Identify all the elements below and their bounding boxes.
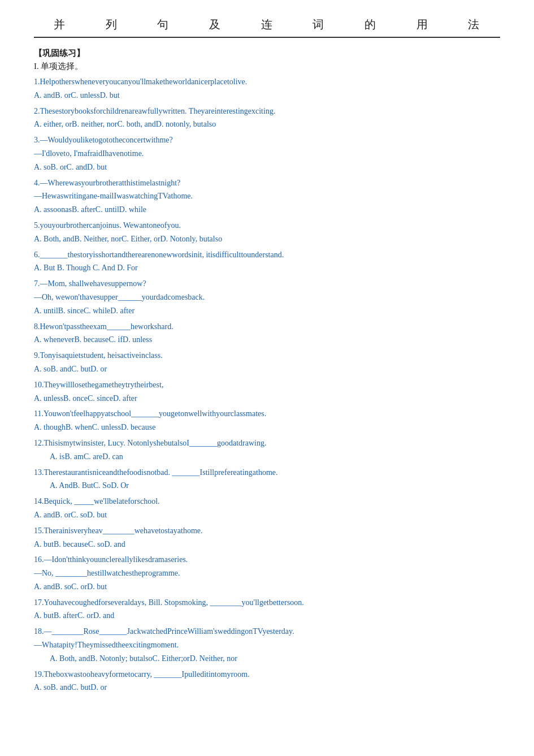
question-text: 8.Hewon'tpasstheexam______heworkshard. xyxy=(34,322,173,331)
question-item: 9.Tonyisaquietstudent, heisactiveinclass… xyxy=(34,349,500,376)
question-text: 15.Therainisveryheav________wehavetostay… xyxy=(34,526,203,535)
title-char: 词 xyxy=(293,17,345,32)
title-char: 的 xyxy=(345,17,397,32)
question-text: 3.—Wouldyouliketogototheconcertwithme? xyxy=(34,136,173,144)
question-text: 9.Tonyisaquietstudent, heisactiveinclass… xyxy=(34,351,163,360)
answer-options: A. wheneverB. becauseC. ifD. unless xyxy=(34,333,500,347)
section-sub: I. 单项选择。 xyxy=(34,61,500,72)
answer-options: A. soB. andC. butD. or xyxy=(34,681,500,694)
question-item: 15.Therainisveryheav________wehavetostay… xyxy=(34,524,500,551)
question-text2: —Whatapity!Theymissedtheexcitingmoment. xyxy=(34,641,179,649)
question-item: 3.—Wouldyouliketogototheconcertwithme?—I… xyxy=(34,133,500,174)
title-char: 列 xyxy=(86,17,138,32)
answer-options: A. But B. Though C. And D. For xyxy=(34,261,500,275)
question-item: 17.Youhavecoughedforseveraldays, Bill. S… xyxy=(34,596,500,623)
answer-options: A. Both, andB. Neither, norC. Either, or… xyxy=(34,232,500,246)
question-item: 4.—Wherewasyourbrotheratthistimelastnigh… xyxy=(34,176,500,217)
question-text: 12.Thisismytwinsister, Lucy. Notonlysheb… xyxy=(34,439,267,447)
question-item: 16.—Idon'tthinkyouunclereallylikesdramas… xyxy=(34,553,500,593)
answer-options: A. butB. afterC. orD. and xyxy=(34,609,500,623)
title-char: 并 xyxy=(34,17,86,32)
answer-options: A. soB. orC. andD. but xyxy=(34,161,500,174)
question-item: 18.—________Rose_______JackwatchedPrince… xyxy=(34,625,500,665)
answer-options: A. AndB. ButC. SoD. Or xyxy=(50,479,500,493)
question-item: 13.Therestaurantisniceandthefoodisnotbad… xyxy=(34,466,500,493)
answer-options: A. andB. orC. soD. but xyxy=(34,508,500,522)
title-char: 法 xyxy=(448,17,500,32)
answer-options: A. untilB. sinceC. whileD. after xyxy=(34,304,500,318)
question-item: 10.Theywilllosethegametheytrytheirbest,A… xyxy=(34,378,500,405)
page-title: 并列句及连词的用法 xyxy=(34,17,500,38)
answer-options: A. soB. andC. butD. or xyxy=(34,362,500,376)
question-text: 7.—Mom, shallwehavesuppernow? xyxy=(34,279,146,288)
question-item: 7.—Mom, shallwehavesuppernow?—Oh, wewon'… xyxy=(34,277,500,317)
question-item: 6._______thestoryisshortandtherearenonew… xyxy=(34,248,500,275)
answer-options: A. thoughB. whenC. unlessD. because xyxy=(34,421,500,434)
question-text: 14.Bequick, _____we'llbelateforschool. xyxy=(34,497,160,506)
question-text: 16.—Idon'tthinkyouunclereallylikesdramas… xyxy=(34,555,188,564)
question-text: 4.—Wherewasyourbrotheratthistimelastnigh… xyxy=(34,179,180,187)
question-text: 19.Theboxwastooheavyformetocarry, ______… xyxy=(34,670,250,679)
title-char: 及 xyxy=(189,17,241,32)
title-char: 连 xyxy=(241,17,293,32)
question-text: 1.Helpotherswheneveryoucanyou'llmakethew… xyxy=(34,77,247,86)
question-text2: —Oh, wewon'thavesupper______yourdadcomes… xyxy=(34,293,205,301)
title-char: 句 xyxy=(137,17,189,32)
question-text: 6._______thestoryisshortandtherearenonew… xyxy=(34,250,284,259)
question-item: 1.Helpotherswheneveryoucanyou'llmakethew… xyxy=(34,75,500,102)
question-item: 14.Bequick, _____we'llbelateforschool. A… xyxy=(34,495,500,522)
answer-options: A. assoonasB. afterC. untilD. while xyxy=(34,203,500,217)
section-header: 【巩固练习】 xyxy=(34,48,500,59)
answer-options: A. isB. amC. areD. can xyxy=(50,450,500,464)
question-item: 19.Theboxwastooheavyformetocarry, ______… xyxy=(34,668,500,695)
answer-options: A. andB. soC. orD. but xyxy=(34,580,500,594)
question-text2: —Hewaswritingane-mailIwaswatchingTVathom… xyxy=(34,192,193,200)
question-text2: —No, ________hestillwatchestheprogramme. xyxy=(34,569,180,577)
question-text: 5.youyourbrothercanjoinus. Wewantoneofyo… xyxy=(34,221,181,230)
answer-options: A. Both, andB. Notonly; butalsoC. Either… xyxy=(50,652,500,666)
question-item: 5.youyourbrothercanjoinus. Wewantoneofyo… xyxy=(34,219,500,246)
answer-options: A. either, orB. neither, norC. both, and… xyxy=(34,118,500,131)
question-text: 18.—________Rose_______JackwatchedPrince… xyxy=(34,627,294,636)
question-text: 2.Thesestorybooksforchildrenareawfullywr… xyxy=(34,107,275,115)
question-item: 8.Hewon'tpasstheexam______heworkshard.A.… xyxy=(34,320,500,347)
question-item: 12.Thisismytwinsister, Lucy. Notonlysheb… xyxy=(34,437,500,464)
answer-options: A. butB. becauseC. soD. and xyxy=(34,538,500,551)
question-text: 13.Therestaurantisniceandthefoodisnotbad… xyxy=(34,468,278,477)
questions-container: 1.Helpotherswheneveryoucanyou'llmakethew… xyxy=(34,75,500,694)
answer-options: A. andB. orC. unlessD. but xyxy=(34,89,500,102)
question-text: 11.Youwon'tfeelhappyatschool_______youge… xyxy=(34,409,266,418)
question-item: 2.Thesestorybooksforchildrenareawfullywr… xyxy=(34,105,500,132)
question-text: 10.Theywilllosethegametheytrytheirbest, xyxy=(34,381,163,389)
title-char: 用 xyxy=(397,17,449,32)
question-item: 11.Youwon'tfeelhappyatschool_______youge… xyxy=(34,407,500,434)
question-text: 17.Youhavecoughedforseveraldays, Bill. S… xyxy=(34,598,304,607)
answer-options: A. unlessB. onceC. sinceD. after xyxy=(34,392,500,405)
question-text2: —I'dloveto, I'mafraidIhavenotime. xyxy=(34,149,144,158)
